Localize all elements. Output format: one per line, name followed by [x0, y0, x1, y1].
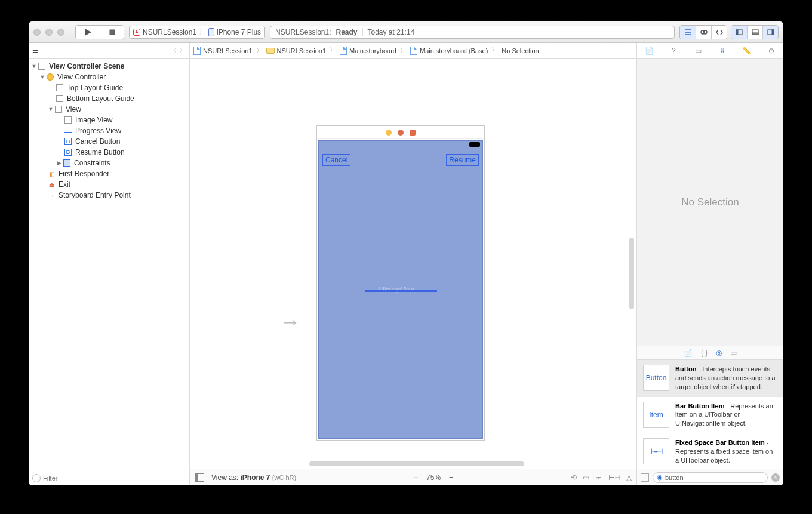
- toggle-debug-button[interactable]: [747, 26, 762, 39]
- toggle-outline-icon[interactable]: [195, 473, 204, 482]
- object-library[interactable]: Button Button - Intercepts touch events …: [637, 360, 783, 469]
- align-icon[interactable]: ⫟: [595, 473, 602, 482]
- root-view[interactable]: Cancel Resume UIImageView: [318, 140, 483, 439]
- constraints-node[interactable]: ▶ Constraints: [29, 158, 189, 168]
- activity-status: Ready: [336, 28, 357, 36]
- button-icon: B: [64, 149, 72, 156]
- cancel-button[interactable]: Cancel: [322, 154, 350, 166]
- window-traffic-lights[interactable]: [33, 29, 64, 36]
- library-item-button[interactable]: Button Button - Intercepts touch events …: [637, 360, 783, 397]
- scene-dock[interactable]: [317, 126, 484, 139]
- outline-view-icon[interactable]: ☰: [32, 47, 38, 54]
- first-responder-node[interactable]: ◧ First Responder: [29, 168, 189, 179]
- zoom-dot-icon[interactable]: [57, 29, 64, 36]
- vc-label: View Controller: [57, 73, 106, 81]
- crumb-3[interactable]: Main.storyboard (Base): [420, 47, 488, 54]
- nav-back-icon[interactable]: 〈: [170, 46, 177, 55]
- crumb-0[interactable]: NSURLSession1: [203, 47, 253, 54]
- outline-filter-input[interactable]: [43, 475, 186, 482]
- storyboard-canvas[interactable]: → Cancel Resume UIImageView: [190, 59, 636, 469]
- entry-arrow-icon: →: [279, 309, 301, 334]
- run-button[interactable]: [76, 26, 100, 39]
- library-filter-bar: ◉ button ×: [637, 469, 783, 485]
- connections-inspector-icon[interactable]: ⊙: [767, 46, 776, 56]
- library-thumb: Button: [643, 365, 669, 391]
- resumebtn-node[interactable]: B Resume Button: [29, 147, 189, 158]
- outline-filter-bar: [29, 470, 189, 485]
- scheme-selector[interactable]: NSURLSession1 〉 iPhone 7 Plus: [129, 26, 265, 39]
- jumpbar-row: ☰ 〈 〉 NSURLSession1〉 NSURLSession1〉 Main…: [29, 43, 783, 59]
- zoom-controls: − 75% +: [414, 473, 453, 482]
- zoom-level[interactable]: 75%: [426, 473, 441, 482]
- progress-icon: [64, 132, 72, 133]
- outline-tree[interactable]: ▼ View Controller Scene ▼ View Controlle…: [29, 59, 189, 470]
- nav-fwd-icon[interactable]: 〉: [179, 46, 186, 55]
- version-editor-button[interactable]: [711, 26, 727, 39]
- close-dot-icon[interactable]: [33, 29, 41, 36]
- crumb-1[interactable]: NSURLSession1: [277, 47, 327, 54]
- canvas-vertical-scrollbar[interactable]: [629, 238, 634, 309]
- standard-editor-button[interactable]: [680, 26, 696, 39]
- library-item-fixedspace[interactable]: ⊦·····⊣ Fixed Space Bar Button Item - Re…: [637, 433, 783, 469]
- library-view-mode-icon[interactable]: [641, 473, 649, 482]
- view-as-label[interactable]: View as: iPhone 7 (wC hR): [211, 473, 296, 482]
- update-frames-icon[interactable]: ⟲: [571, 473, 577, 482]
- toggle-navigator-button[interactable]: [731, 26, 747, 39]
- quickhelp-inspector-icon[interactable]: ?: [669, 46, 678, 56]
- first-responder-dock-icon[interactable]: [398, 130, 404, 136]
- exit-label: Exit: [59, 180, 70, 189]
- code-snippet-library-icon[interactable]: { }: [701, 349, 708, 357]
- file-icon: [193, 47, 201, 55]
- progressview-node[interactable]: Progress View: [29, 125, 189, 136]
- resolve-issues-icon[interactable]: △: [626, 473, 632, 482]
- app-icon: [133, 29, 140, 36]
- object-library-icon[interactable]: ◎: [716, 349, 722, 357]
- button-icon: B: [64, 138, 72, 145]
- scene-node[interactable]: ▼ View Controller Scene: [29, 61, 189, 72]
- filter-scope-icon[interactable]: [32, 474, 41, 482]
- scene-viewcontroller[interactable]: Cancel Resume UIImageView: [316, 125, 485, 441]
- canvas-horizontal-scrollbar[interactable]: [309, 461, 524, 466]
- minimize-dot-icon[interactable]: [45, 29, 53, 36]
- scheme-target: NSURLSession1: [143, 28, 196, 36]
- crumb-2[interactable]: Main.storyboard: [349, 47, 396, 54]
- canvas-area: → Cancel Resume UIImageView: [190, 59, 636, 485]
- zoom-out-button[interactable]: −: [414, 473, 418, 482]
- attributes-inspector-icon[interactable]: ⇩: [718, 46, 727, 56]
- library-filter[interactable]: ◉ button: [653, 472, 768, 483]
- inspector-selector: 📄 ? ▭ ⇩ 📏 ⊙: [636, 43, 783, 59]
- file-inspector-icon[interactable]: 📄: [644, 46, 654, 56]
- bottom-guide-node[interactable]: Bottom Layout Guide: [29, 93, 189, 104]
- vc-dock-icon[interactable]: [386, 130, 392, 136]
- size-inspector-icon[interactable]: 📏: [742, 46, 752, 56]
- jump-bar[interactable]: NSURLSession1〉 NSURLSession1〉 Main.story…: [190, 43, 636, 59]
- embed-stack-icon[interactable]: ▭: [583, 473, 589, 482]
- progressview-label: Progress View: [75, 127, 121, 135]
- zoom-in-button[interactable]: +: [449, 473, 453, 482]
- media-library-icon[interactable]: ▭: [730, 349, 737, 357]
- cancelbtn-node[interactable]: B Cancel Button: [29, 136, 189, 147]
- pin-icon[interactable]: ⊢⊣: [608, 473, 620, 482]
- top-guide-label: Top Layout Guide: [67, 84, 123, 92]
- library-item-barbutton[interactable]: Item Bar Button Item - Represents an ite…: [637, 397, 783, 434]
- exit-dock-icon[interactable]: [410, 130, 416, 136]
- imageview-node[interactable]: Image View: [29, 115, 189, 125]
- activity-project: NSURLSession1:: [275, 28, 331, 36]
- layout-tools: ⟲ ▭ ⫟ ⊢⊣ △: [571, 473, 632, 482]
- exit-node[interactable]: ⏏ Exit: [29, 179, 189, 190]
- clear-filter-icon[interactable]: ×: [771, 473, 780, 482]
- resume-button[interactable]: Resume: [446, 154, 479, 166]
- stop-button[interactable]: [100, 26, 124, 39]
- file-template-library-icon[interactable]: 📄: [684, 349, 693, 357]
- identity-inspector-icon[interactable]: ▭: [693, 46, 703, 56]
- folder-icon: [266, 48, 275, 54]
- vc-node[interactable]: ▼ View Controller: [29, 72, 189, 82]
- top-guide-node[interactable]: Top Layout Guide: [29, 82, 189, 93]
- entry-point-node[interactable]: → Storyboard Entry Point: [29, 190, 189, 201]
- progress-view[interactable]: [365, 290, 437, 292]
- toggle-utilities-button[interactable]: [762, 26, 778, 39]
- crumb-4[interactable]: No Selection: [502, 47, 539, 54]
- xcode-window: NSURLSession1 〉 iPhone 7 Plus NSURLSessi…: [29, 21, 783, 485]
- assistant-editor-button[interactable]: [696, 26, 711, 39]
- view-node[interactable]: ▼ View: [29, 104, 189, 115]
